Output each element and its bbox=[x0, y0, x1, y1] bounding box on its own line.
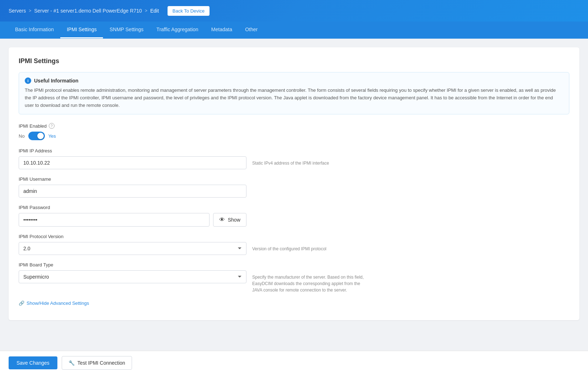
tab-navigation: Basic Information IPMI Settings SNMP Set… bbox=[0, 22, 588, 39]
tab-metadata[interactable]: Metadata bbox=[205, 22, 239, 38]
breadcrumb: Servers > Server - #1 server1.demo Dell … bbox=[9, 8, 159, 14]
link-icon: 🔗 bbox=[19, 300, 24, 306]
page-card: IPMI Settings i Useful Information The I… bbox=[9, 47, 579, 320]
back-to-device-button[interactable]: Back To Device bbox=[168, 6, 210, 16]
ipmi-username-section: IPMI Username bbox=[19, 176, 569, 198]
advanced-settings-link[interactable]: 🔗 Show/Hide Advanced Settings bbox=[19, 300, 569, 306]
top-header: Servers > Server - #1 server1.demo Dell … bbox=[0, 0, 588, 22]
ipmi-enabled-toggle-row: No Yes bbox=[19, 132, 569, 140]
breadcrumb-servers[interactable]: Servers bbox=[9, 8, 26, 14]
wrench-icon: 🔧 bbox=[69, 360, 75, 366]
tab-traffic-aggregation[interactable]: Traffic Aggregation bbox=[150, 22, 205, 38]
ipmi-ip-hint: Static IPv4 address of the IPMI interfac… bbox=[252, 156, 329, 166]
ipmi-password-label: IPMI Password bbox=[19, 205, 569, 210]
breadcrumb-sep1: > bbox=[29, 8, 31, 13]
ipmi-password-row: 👁 Show bbox=[19, 213, 569, 227]
breadcrumb-edit: Edit bbox=[150, 8, 159, 14]
ipmi-username-input[interactable] bbox=[19, 185, 246, 198]
ipmi-board-select-wrap: Supermicro Dell HP bbox=[19, 270, 246, 283]
tab-basic-information[interactable]: Basic Information bbox=[9, 22, 60, 38]
save-changes-button[interactable]: Save Changes bbox=[9, 356, 57, 369]
toggle-no-label: No bbox=[19, 133, 25, 139]
ipmi-password-input-wrap: 👁 Show bbox=[19, 213, 246, 227]
ipmi-board-section: IPMI Board Type Supermicro Dell HP Speci… bbox=[19, 262, 569, 293]
ipmi-username-input-wrap bbox=[19, 185, 246, 198]
ipmi-ip-row: Static IPv4 address of the IPMI interfac… bbox=[19, 156, 569, 169]
ipmi-ip-input-wrap bbox=[19, 156, 246, 169]
ipmi-ip-label: IPMI IP Address bbox=[19, 148, 569, 153]
tab-ipmi-settings[interactable]: IPMI Settings bbox=[60, 22, 103, 38]
footer-bar: Save Changes 🔧 Test IPMI Connection bbox=[0, 351, 588, 374]
ipmi-username-label: IPMI Username bbox=[19, 176, 569, 182]
ipmi-username-row bbox=[19, 185, 569, 198]
ipmi-board-hint: Specify the manufacturer of the server. … bbox=[252, 270, 367, 293]
ipmi-protocol-row: 1.5 2.0 Version of the configured IPMI p… bbox=[19, 242, 569, 255]
info-icon: i bbox=[25, 77, 31, 84]
show-password-button[interactable]: 👁 Show bbox=[213, 213, 246, 227]
ipmi-password-section: IPMI Password 👁 Show bbox=[19, 205, 569, 227]
ipmi-ip-input[interactable] bbox=[19, 156, 246, 169]
eye-icon: 👁 bbox=[219, 217, 225, 223]
info-box-text: The IPMI protocol enables remote adminis… bbox=[25, 87, 563, 109]
test-ipmi-label: Test IPMI Connection bbox=[77, 360, 125, 366]
test-ipmi-button[interactable]: 🔧 Test IPMI Connection bbox=[62, 356, 132, 370]
info-box: i Useful Information The IPMI protocol e… bbox=[19, 72, 569, 114]
ipmi-enabled-help-icon[interactable]: ? bbox=[49, 123, 55, 129]
ipmi-password-input[interactable] bbox=[19, 213, 210, 227]
show-button-label: Show bbox=[228, 217, 240, 223]
tab-snmp-settings[interactable]: SNMP Settings bbox=[103, 22, 150, 38]
breadcrumb-server[interactable]: Server - #1 server1.demo Dell PowerEdge … bbox=[34, 8, 142, 14]
info-box-header: i Useful Information bbox=[25, 77, 563, 84]
ipmi-board-select[interactable]: Supermicro Dell HP bbox=[19, 270, 246, 283]
ipmi-enabled-section: IPMI Enabled ? No Yes bbox=[19, 123, 569, 140]
ipmi-board-row: Supermicro Dell HP Specify the manufactu… bbox=[19, 270, 569, 293]
ipmi-enabled-toggle[interactable] bbox=[28, 132, 45, 140]
ipmi-board-label: IPMI Board Type bbox=[19, 262, 569, 268]
ipmi-enabled-label: IPMI Enabled ? bbox=[19, 123, 569, 129]
info-box-title: Useful Information bbox=[34, 78, 79, 84]
ipmi-protocol-hint: Version of the configured IPMI protocol bbox=[252, 242, 326, 252]
ipmi-protocol-select-wrap: 1.5 2.0 bbox=[19, 242, 246, 255]
ipmi-protocol-section: IPMI Protocol Version 1.5 2.0 Version of… bbox=[19, 234, 569, 255]
page-title: IPMI Settings bbox=[19, 57, 569, 65]
ipmi-ip-section: IPMI IP Address Static IPv4 address of t… bbox=[19, 148, 569, 169]
tab-other[interactable]: Other bbox=[239, 22, 264, 38]
ipmi-protocol-select[interactable]: 1.5 2.0 bbox=[19, 242, 246, 255]
main-content: IPMI Settings i Useful Information The I… bbox=[0, 39, 588, 351]
advanced-settings-label: Show/Hide Advanced Settings bbox=[27, 300, 89, 306]
breadcrumb-sep2: > bbox=[145, 8, 147, 13]
ipmi-protocol-label: IPMI Protocol Version bbox=[19, 234, 569, 239]
toggle-yes-label: Yes bbox=[48, 133, 56, 139]
